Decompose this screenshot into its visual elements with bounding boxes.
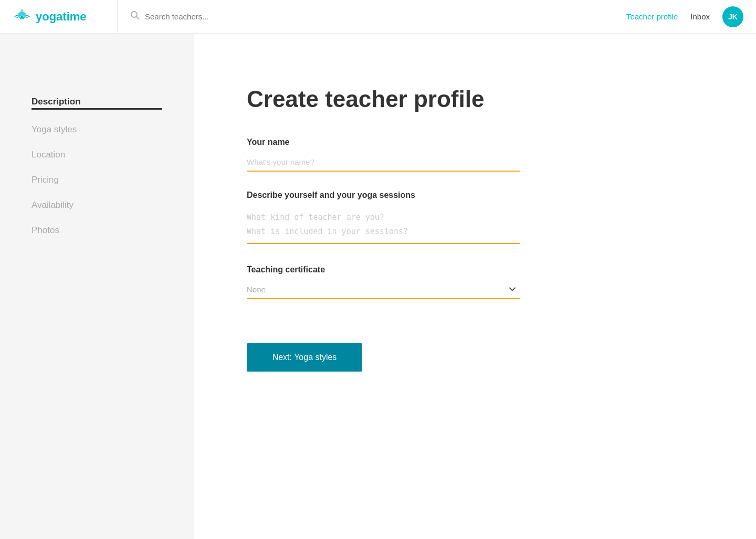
page-title: Create teacher profile: [247, 86, 714, 112]
sidebar-item-pricing[interactable]: Pricing: [32, 175, 162, 185]
header: yogatime Teacher profile Inbox JK: [0, 0, 756, 34]
sidebar-item-description[interactable]: Description: [32, 97, 162, 110]
content-area: Create teacher profile Your name Describ…: [194, 34, 756, 539]
describe-group: Describe yourself and your yoga sessions: [247, 191, 520, 246]
sidebar-item-availability[interactable]: Availability: [32, 200, 162, 210]
certificate-select[interactable]: None Yoga Alliance RYT-200 Yoga Alliance…: [247, 281, 520, 299]
your-name-group: Your name: [247, 138, 520, 172]
main-layout: Description Yoga styles Location Pricing…: [0, 0, 756, 539]
logo-area: yogatime: [13, 0, 118, 33]
search-icon: [130, 10, 140, 23]
sidebar: Description Yoga styles Location Pricing…: [0, 34, 194, 539]
header-nav: Teacher profile Inbox JK: [626, 6, 743, 27]
search-area: [118, 10, 626, 23]
next-button[interactable]: Next: Yoga styles: [247, 343, 362, 372]
avatar[interactable]: JK: [722, 6, 743, 27]
your-name-label: Your name: [247, 138, 520, 147]
sidebar-item-photos[interactable]: Photos: [32, 225, 162, 236]
sidebar-item-yoga-styles[interactable]: Yoga styles: [32, 124, 162, 135]
teacher-profile-link[interactable]: Teacher profile: [626, 12, 678, 21]
svg-point-0: [21, 9, 24, 12]
search-input[interactable]: [145, 12, 302, 21]
certificate-select-wrap: None Yoga Alliance RYT-200 Yoga Alliance…: [247, 281, 520, 299]
svg-line-2: [136, 17, 139, 19]
sidebar-nav: Description Yoga styles Location Pricing…: [32, 97, 162, 236]
inbox-link[interactable]: Inbox: [690, 12, 710, 21]
describe-textarea[interactable]: [247, 206, 520, 244]
sidebar-item-location[interactable]: Location: [32, 150, 162, 160]
certificate-group: Teaching certificate None Yoga Alliance …: [247, 265, 520, 299]
your-name-input[interactable]: [247, 153, 520, 172]
certificate-label: Teaching certificate: [247, 265, 520, 274]
describe-label: Describe yourself and your yoga sessions: [247, 191, 520, 200]
logo-text: yogatime: [36, 10, 87, 24]
logo-icon: [13, 7, 32, 26]
form-section: Your name Describe yourself and your yog…: [247, 138, 520, 372]
